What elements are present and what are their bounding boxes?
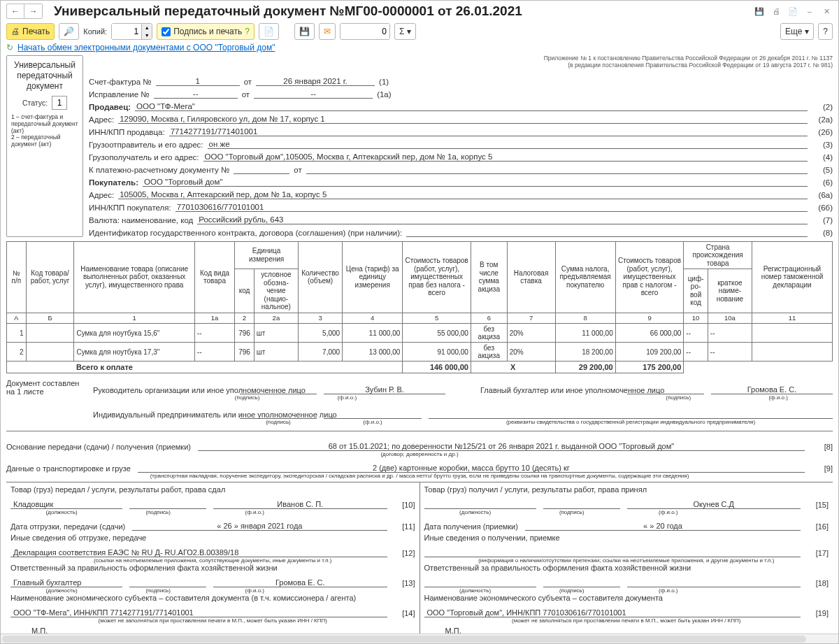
rt-org-val: ООО "Торговый дом", ИНН/КПП 7701030616/7… — [424, 608, 801, 617]
rc6: (ф.и.о.) — [617, 587, 719, 594]
baddr-val: 105005, Москва г, Аптекарский пер, дом №… — [118, 190, 808, 199]
copies-label: Копий: — [83, 27, 107, 36]
lt-date-val: « 26 » января 2021 года — [132, 522, 387, 531]
cc-8: 8 — [555, 313, 615, 324]
sum-button[interactable]: Σ ▾ — [394, 23, 416, 40]
envelope-icon: ✉ — [324, 27, 331, 36]
scroll-thumb[interactable] — [2, 636, 806, 643]
spin-down-button[interactable]: ▼ — [142, 31, 152, 39]
th-qty: Коли­чество (объем) — [298, 241, 342, 313]
save-icon[interactable]: 💾 — [753, 5, 766, 17]
inn-lbl: ИНН/КПП продавца: — [89, 128, 169, 136]
th-unit-name: условное обозна­чение (нацио­нальное) — [254, 269, 298, 313]
status-label: Статус: — [22, 99, 48, 107]
cc-5: 5 — [403, 313, 471, 324]
lt-mp: М.П. — [10, 627, 415, 634]
refresh-icon[interactable]: ↻ — [6, 43, 13, 52]
isp-ot: от — [238, 90, 254, 99]
zero-spinner[interactable] — [340, 23, 390, 40]
paydoc-date — [306, 173, 808, 174]
lt-resp-lbl: Ответственный за правильность оформления… — [10, 564, 415, 572]
sf-r: (1) — [375, 78, 393, 86]
recv-val: ООО "Торговый дом",105005, Москва г, Апт… — [203, 152, 808, 162]
gov-rn: (8) — [808, 229, 833, 237]
preview-icon[interactable]: 📄 — [787, 5, 799, 17]
save-disk-button[interactable]: 💾 — [294, 23, 315, 40]
document-icon: 📄 — [264, 27, 274, 36]
rc3: (ф.и.о.) — [617, 509, 719, 515]
help-small-icon[interactable]: ? — [245, 27, 250, 36]
total-cost: 146 000,00 — [403, 362, 471, 373]
print-button[interactable]: 🖨 Печать — [6, 23, 55, 40]
sign-stamp-checkbox[interactable] — [162, 27, 171, 36]
sf-date: 26 января 2021 г. — [256, 77, 375, 86]
th-rate: Налоговая ставка — [507, 241, 555, 313]
more-button[interactable]: Еще ▾ — [780, 23, 814, 40]
print-label: Печать — [22, 27, 50, 36]
head-name: Зубин Р. В. — [324, 385, 445, 394]
recv-lbl: Грузополучатель и его адрес: — [89, 153, 203, 162]
cc-1: 1 — [74, 313, 194, 324]
zero-input[interactable] — [340, 24, 389, 39]
lt-r2: [11] — [394, 522, 415, 531]
appendix-line2: (в редакции постановления Правительства … — [89, 62, 833, 69]
edo-link[interactable]: Начать обмен электронными документами с … — [17, 43, 275, 52]
table-row: 2Сумка для ноутбука 17,3"--796шт7,00013 … — [7, 343, 833, 362]
items-table: № п/п Код товара/ работ, услуг Наименова… — [6, 241, 833, 374]
email-button[interactable]: ✉ — [319, 23, 336, 40]
rt-other-cap: (информация о наличии/отсутствии претенз… — [424, 557, 829, 564]
status-input[interactable] — [52, 96, 67, 110]
document-body: Универсальный передаточный документ Стат… — [1, 55, 838, 634]
minimize-icon[interactable]: – — [803, 5, 816, 17]
doc-sheets: Документ составлен на 1 листе — [6, 379, 83, 425]
recv-rn: (4) — [808, 153, 833, 162]
sign-stamp-button[interactable]: Подпись и печать ? — [157, 23, 254, 40]
rc1: (должность) — [424, 509, 526, 515]
th-code: Код товара/ работ, услуг — [26, 241, 74, 313]
doc-icon-button[interactable]: 📄 — [259, 23, 279, 40]
horizontal-scrollbar[interactable] — [1, 634, 838, 643]
seller-lbl: Продавец: — [89, 103, 135, 111]
spin-up-button[interactable]: ▲ — [142, 24, 152, 31]
lc4: (должность) — [10, 587, 113, 594]
print-icon[interactable]: 🖨 — [770, 5, 782, 17]
lt-other-lbl: Иные сведения об отгрузке, передаче — [10, 534, 415, 542]
isp-no: -- — [154, 90, 238, 99]
lt-r3: [12] — [394, 549, 415, 557]
lt-r5: [14] — [394, 609, 415, 617]
nav-forward-button[interactable]: → — [24, 3, 43, 19]
trans-lbl: Данные о транспортировке и грузе — [6, 464, 131, 473]
cap4: (ф.и.о.) — [724, 394, 833, 401]
basis-val: 68 от 15.01.2021; по доверенности №125/2… — [198, 442, 805, 451]
cap3: (подпись) — [640, 394, 717, 401]
close-icon[interactable]: ✕ — [820, 5, 833, 17]
trans-cap: (транспортная накладная, поручение экспе… — [6, 473, 833, 479]
cc-B: Б — [26, 313, 74, 324]
search-preview-button[interactable]: 🔎 — [59, 23, 79, 40]
lt-r4: [13] — [394, 579, 415, 587]
th-tax: Сумма налога, предъяв­ляемая покупателю — [555, 241, 615, 313]
th-unit-code: код — [235, 269, 254, 313]
cc-A: А — [7, 313, 27, 324]
cc-11: 11 — [752, 313, 832, 324]
cc-1a: 1а — [194, 313, 234, 324]
sf-ot: от — [240, 78, 256, 86]
copies-spinner[interactable]: ▲▼ — [111, 23, 152, 40]
th-name: Наименование товара (описание выполненны… — [74, 241, 194, 313]
th-total: Стоимость товаров (работ, услуг), имущес… — [615, 241, 684, 313]
buyer-rn: (6) — [808, 178, 833, 187]
total-sum: 175 200,00 — [615, 362, 684, 373]
nav-back-button[interactable]: ← — [6, 3, 24, 19]
help-button[interactable]: ? — [818, 23, 833, 40]
lt-date-lbl: Дата отгрузки, передачи (сдачи) — [10, 522, 125, 531]
sf-label: Счет-фактура № — [89, 78, 156, 86]
sender-lbl: Грузоотправитель и его адрес: — [89, 141, 208, 149]
rc2: (подпись) — [533, 509, 610, 515]
total-label: Всего к оплате — [74, 362, 403, 373]
acc-name: Громова Е. С. — [711, 385, 833, 394]
copies-input[interactable] — [112, 24, 141, 39]
paydoc-lbl: К платежно-расчетному документу № — [89, 166, 234, 174]
lc2: (подпись) — [120, 509, 196, 515]
cc-4: 4 — [343, 313, 403, 324]
cc-2a: 2а — [254, 313, 298, 324]
